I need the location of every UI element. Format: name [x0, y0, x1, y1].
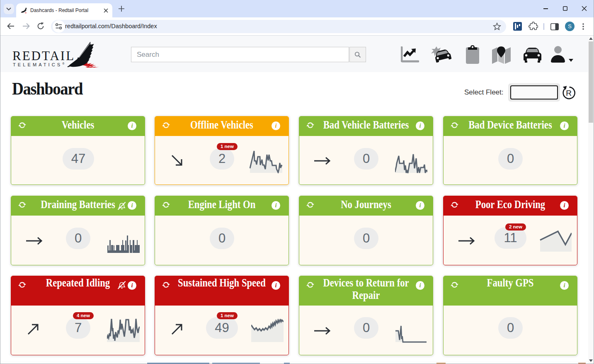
- svg-text:R: R: [566, 89, 572, 97]
